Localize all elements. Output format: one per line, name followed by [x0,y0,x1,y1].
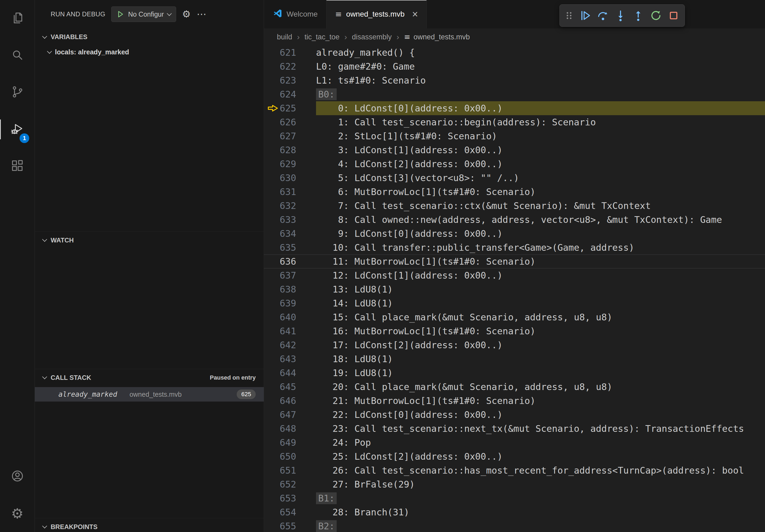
line-content[interactable]: already_marked() { [316,46,765,60]
code-line[interactable]: 633 8: Call owned::new(address, address,… [264,213,765,227]
line-number[interactable]: 640 [264,310,296,324]
breadcrumb-item[interactable]: disassembly [352,33,392,41]
line-content[interactable]: L1: ts#1#0: Scenario [316,73,765,87]
code-line[interactable]: 638 13: LdU8(1) [264,282,765,296]
debug-step-into-button[interactable] [612,7,629,24]
more-actions-icon[interactable]: ⋯ [197,9,206,19]
line-content[interactable]: 25: LdConst[2](address: 0x00..) [316,449,765,463]
line-number[interactable]: 627 [264,129,296,143]
breadcrumb-item-file[interactable]: ≡ owned_tests.mvb [404,33,470,41]
line-number[interactable]: 639 [264,296,296,310]
line-number[interactable]: 641 [264,324,296,338]
start-debug-play-icon[interactable] [116,10,124,18]
code-line[interactable]: 628 3: LdConst[1](address: 0x00..) [264,143,765,157]
line-number[interactable]: 652 [264,477,296,491]
line-number[interactable]: 635 [264,241,296,254]
code-line[interactable]: 641 16: MutBorrowLoc[1](ts#1#0: Scenario… [264,324,765,338]
debug-settings-gear-icon[interactable]: ⚙ [182,9,191,19]
variables-scope-row[interactable]: locals: already_marked [35,46,264,58]
line-content[interactable]: 28: Branch(31) [316,505,765,519]
line-content[interactable]: B1: [316,491,765,505]
line-content[interactable]: 1: Call test_scenario::begin(address): S… [316,115,765,129]
line-content[interactable]: 13: LdU8(1) [316,282,765,296]
variables-section-header[interactable]: VARIABLES [35,28,264,46]
activity-extensions[interactable] [0,148,35,185]
code-line[interactable]: 634 9: LdConst[0](address: 0x00..) [264,227,765,241]
debug-stop-button[interactable] [665,7,682,24]
activity-explorer[interactable] [0,0,35,37]
line-number[interactable]: 637 [264,268,296,282]
line-number[interactable]: 621 [264,46,296,60]
breadcrumb-item[interactable]: build [277,33,292,41]
code-line[interactable]: 655B2: [264,519,765,532]
line-number[interactable]: 647 [264,408,296,421]
line-number[interactable]: 655 [264,519,296,532]
code-line[interactable]: 623L1: ts#1#0: Scenario [264,73,765,87]
line-number[interactable]: 624 [264,87,296,101]
line-number[interactable]: 628 [264,143,296,157]
code-line[interactable]: 622L0: game#2#0: Game [264,60,765,73]
breadcrumb-item[interactable]: tic_tac_toe [305,33,340,41]
breakpoints-section-header[interactable]: BREAKPOINTS [35,518,264,532]
line-content[interactable]: 4: LdConst[2](address: 0x00..) [316,157,765,171]
watch-section-header[interactable]: WATCH [35,231,264,249]
line-content[interactable]: 16: MutBorrowLoc[1](ts#1#0: Scenario) [316,324,765,338]
line-number[interactable]: 623 [264,73,296,87]
line-content[interactable]: 7: Call test_scenario::ctx(&mut Scenario… [316,199,765,213]
line-content[interactable]: 15: Call place_mark(&mut Scenario, addre… [316,310,765,324]
line-number[interactable]: 651 [264,463,296,477]
debug-step-out-button[interactable] [630,7,646,24]
line-content[interactable]: 5: LdConst[3](vector<u8>: "" /..) [316,171,765,185]
line-content[interactable]: 19: LdU8(1) [316,366,765,380]
line-content[interactable]: B0: [316,87,765,101]
line-number[interactable]: 649 [264,435,296,449]
line-number[interactable]: 654 [264,505,296,519]
line-number[interactable]: 638 [264,282,296,296]
code-line[interactable]: 644 19: LdU8(1) [264,366,765,380]
line-content[interactable]: B2: [316,519,765,532]
code-line[interactable]: 632 7: Call test_scenario::ctx(&mut Scen… [264,199,765,213]
line-content[interactable]: 26: Call test_scenario::has_most_recent_… [316,463,765,477]
toolbar-gripper-handle[interactable] [562,7,576,24]
line-number[interactable]: 633 [264,213,296,227]
code-line[interactable]: 631 6: MutBorrowLoc[1](ts#1#0: Scenario) [264,185,765,199]
line-number[interactable]: 632 [264,199,296,213]
launch-config-dropdown[interactable]: No Configur [111,6,176,22]
code-line[interactable]: 624B0: [264,87,765,101]
line-number[interactable]: 648 [264,421,296,435]
call-stack-section-header[interactable]: CALL STACK Paused on entry [35,369,264,386]
activity-source-control[interactable] [0,74,35,111]
line-number[interactable]: 650 [264,449,296,463]
line-content[interactable]: 0: LdConst[0](address: 0x00..) [316,101,765,115]
code-line[interactable]: 652 27: BrFalse(29) [264,477,765,491]
line-content[interactable]: L0: game#2#0: Game [316,60,765,73]
code-line[interactable]: 653B1: [264,491,765,505]
line-content[interactable]: 21: MutBorrowLoc[1](ts#1#0: Scenario) [316,394,765,408]
code-line[interactable]: 650 25: LdConst[2](address: 0x00..) [264,449,765,463]
line-number[interactable]: 629 [264,157,296,171]
code-line[interactable]: 642 17: LdConst[2](address: 0x00..) [264,338,765,352]
code-line[interactable]: 647 22: LdConst[0](address: 0x00..) [264,408,765,421]
debug-continue-button[interactable] [577,7,593,24]
code-line[interactable]: 643 18: LdU8(1) [264,352,765,366]
line-number[interactable]: 626 [264,115,296,129]
activity-account[interactable] [0,458,35,495]
activity-run-and-debug[interactable]: 1 [0,111,35,148]
line-content[interactable]: 27: BrFalse(29) [316,477,765,491]
tab-welcome[interactable]: Welcome [264,0,327,28]
line-content[interactable]: 22: LdConst[0](address: 0x00..) [316,408,765,421]
line-content[interactable]: 20: Call place_mark(&mut Scenario, addre… [316,380,765,394]
activity-search[interactable] [0,37,35,74]
close-icon[interactable]: × [412,9,418,19]
line-content[interactable]: 24: Pop [316,435,765,449]
line-number[interactable]: 634 [264,227,296,241]
code-line[interactable]: 645 20: Call place_mark(&mut Scenario, a… [264,380,765,394]
code-line[interactable]: 621already_marked() { [264,46,765,60]
line-number[interactable]: 642 [264,338,296,352]
line-number[interactable]: 645 [264,380,296,394]
line-number[interactable]: 636 [264,254,296,268]
line-content[interactable]: 17: LdConst[2](address: 0x00..) [316,338,765,352]
code-line[interactable]: 651 26: Call test_scenario::has_most_rec… [264,463,765,477]
activity-settings[interactable]: ⚙ [0,495,35,532]
line-number[interactable]: 622 [264,60,296,73]
